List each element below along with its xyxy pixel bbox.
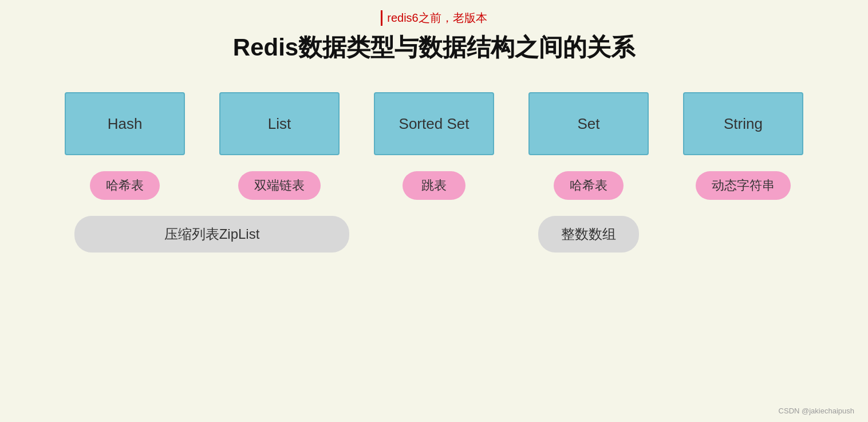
sorted-set-spacer (384, 216, 504, 253)
top-label: redis6之前，老版本 (381, 10, 487, 26)
watermark: CSDN @jakiechaipush (779, 407, 854, 415)
main-title: Redis数据类型与数据结构之间的关系 (233, 31, 635, 64)
type-box-list: List (219, 92, 340, 155)
set-secondary-pill: 整数数组 (538, 216, 639, 253)
type-box-hash: Hash (65, 92, 185, 155)
diagram-wrapper: Hash 哈希表 List 双端链表 Sorted Set 跳表 Set 哈希表… (0, 64, 868, 253)
ds-string-primary: 动态字符串 (696, 171, 791, 200)
column-list: List 双端链表 (219, 92, 340, 200)
type-box-set: Set (528, 92, 649, 155)
set-bottom-group: 整数数组 (538, 216, 639, 253)
ds-set-primary: 哈希表 (554, 171, 624, 200)
column-set: Set 哈希表 (528, 92, 649, 200)
bottom-pills-row: 压缩列表ZipList 整数数组 (0, 216, 868, 253)
columns-area: Hash 哈希表 List 双端链表 Sorted Set 跳表 Set 哈希表… (0, 92, 868, 200)
type-box-string: String (683, 92, 803, 155)
ds-list-primary: 双端链表 (238, 171, 321, 200)
column-sorted-set: Sorted Set 跳表 (374, 92, 494, 200)
ds-hash-primary: 哈希表 (90, 171, 160, 200)
column-string: String 动态字符串 (683, 92, 803, 200)
ds-sorted-set-primary: 跳表 (403, 171, 465, 200)
hash-list-shared-pill: 压缩列表ZipList (74, 216, 349, 253)
string-spacer (673, 216, 794, 253)
type-box-sorted-set: Sorted Set (374, 92, 494, 155)
column-hash: Hash 哈希表 (65, 92, 185, 200)
hash-list-bottom-group: 压缩列表ZipList (74, 216, 349, 253)
